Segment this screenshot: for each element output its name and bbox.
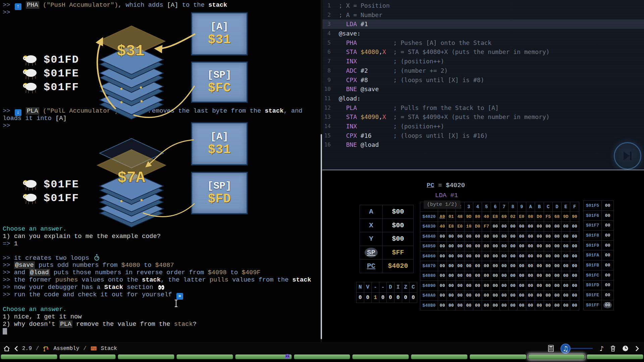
memory-cell[interactable]: 00 xyxy=(456,261,465,271)
memory-cell[interactable]: 00 xyxy=(526,242,535,251)
clock-icon[interactable] xyxy=(622,345,629,352)
memory-cell[interactable]: 00 xyxy=(456,271,465,281)
memory-cell[interactable]: 00 xyxy=(544,301,553,310)
memory-cell[interactable]: F7 xyxy=(482,222,491,232)
memory-cell[interactable]: 00 xyxy=(553,271,561,281)
memory-cell[interactable]: 40 xyxy=(482,212,491,222)
memory-cell[interactable]: 00 xyxy=(482,242,491,251)
memory-cell[interactable]: 00 xyxy=(456,291,465,301)
memory-cell[interactable]: 00 xyxy=(553,251,561,261)
memory-cell[interactable]: F5 xyxy=(544,212,553,222)
memory-cell[interactable]: 00 xyxy=(518,222,526,232)
memory-cell[interactable]: 00 xyxy=(561,261,570,271)
code-line[interactable]: 3 LDA #1 xyxy=(322,19,644,29)
code-line[interactable]: 5 PHA ; Pushes [A] onto the Stack xyxy=(322,38,644,48)
memory-cell[interactable]: 00 xyxy=(482,251,491,261)
memory-cell[interactable]: 00 xyxy=(561,242,570,251)
stack-address[interactable]: $01FA xyxy=(584,250,602,260)
stack-value[interactable]: 00 xyxy=(602,290,614,300)
memory-cell[interactable]: 00 xyxy=(508,251,517,261)
stack-value[interactable]: 00 xyxy=(602,231,614,241)
memory-cell[interactable]: 00 xyxy=(570,261,579,271)
stack-address[interactable]: $01FE xyxy=(584,290,602,300)
code-line[interactable]: 1; X = Position xyxy=(322,1,644,10)
memory-cell[interactable]: 00 xyxy=(447,242,455,251)
memory-cell[interactable]: 00 xyxy=(482,261,491,271)
memory-cell[interactable]: 00 xyxy=(508,261,517,271)
stack-value[interactable]: 00 xyxy=(602,300,614,310)
calculator-icon[interactable] xyxy=(548,345,554,352)
memory-cell[interactable]: 00 xyxy=(465,242,473,251)
memory-cell[interactable]: 00 xyxy=(491,281,500,291)
memory-cell[interactable]: 00 xyxy=(456,281,465,291)
memory-cell[interactable]: 00 xyxy=(570,251,579,261)
memory-cell[interactable]: 00 xyxy=(508,271,517,281)
register-label-a[interactable]: A xyxy=(360,205,383,219)
memory-cell[interactable]: 00 xyxy=(491,232,500,241)
progress-segment[interactable] xyxy=(528,354,585,359)
memory-cell[interactable]: 00 xyxy=(438,251,447,261)
memory-cell[interactable]: E0 xyxy=(456,222,465,232)
memory-cell[interactable]: 40 xyxy=(438,222,447,232)
memory-row-address[interactable]: $4030 xyxy=(420,222,438,232)
stack-value[interactable]: 00 xyxy=(602,221,614,231)
stack-value[interactable]: 00 xyxy=(602,250,614,260)
memory-cell[interactable]: 00 xyxy=(456,232,465,241)
register-label-sp[interactable]: SP xyxy=(360,246,383,260)
memory-cell[interactable]: 00 xyxy=(500,271,508,281)
code-line[interactable]: 15 CPX #16 ; (loops until [X] is #16) xyxy=(322,131,644,140)
stack-value[interactable]: 00 xyxy=(602,211,614,221)
memory-cell[interactable]: 00 xyxy=(544,242,553,251)
volume-slider[interactable]: ♫ xyxy=(560,344,593,354)
memory-cell[interactable]: 00 xyxy=(535,281,544,291)
memory-cell[interactable]: 00 xyxy=(473,281,482,291)
memory-cell[interactable]: 00 xyxy=(535,232,544,241)
memory-cell[interactable]: 00 xyxy=(508,232,517,241)
memory-cell[interactable]: 00 xyxy=(473,291,482,301)
memory-cell[interactable]: 00 xyxy=(491,271,500,281)
memory-cell[interactable]: 00 xyxy=(570,242,579,251)
memory-cell[interactable]: 00 xyxy=(456,242,465,251)
memory-row-address[interactable]: $40B0 xyxy=(420,301,438,310)
memory-cell[interactable]: 00 xyxy=(544,251,553,261)
stack-address[interactable]: $01F8 xyxy=(584,231,602,241)
memory-cell[interactable]: 00 xyxy=(438,261,447,271)
memory-cell[interactable]: 00 xyxy=(482,301,491,310)
memory-cell[interactable]: 00 xyxy=(544,232,553,241)
memory-cell[interactable]: 00 xyxy=(473,261,482,271)
memory-cell[interactable]: 00 xyxy=(526,281,535,291)
memory-cell[interactable]: 00 xyxy=(465,251,473,261)
code-line[interactable]: 14 INX ; (position++) xyxy=(322,122,644,131)
code-line[interactable]: 2; A = Number xyxy=(322,10,644,20)
memory-cell[interactable]: 00 xyxy=(561,301,570,310)
memory-cell[interactable]: 00 xyxy=(518,291,526,301)
memory-cell[interactable]: 00 xyxy=(553,222,561,232)
code-line[interactable]: 6 STA $4080,X ; = STA $4080+X (puts the … xyxy=(322,47,644,57)
memory-cell[interactable]: 00 xyxy=(438,301,447,310)
stack-address[interactable]: $01FB xyxy=(584,260,602,270)
scrollbar-thumb[interactable] xyxy=(321,134,322,339)
memory-cell[interactable]: 9D xyxy=(465,212,473,222)
memory-cell[interactable]: 01 xyxy=(447,212,455,222)
memory-cell[interactable]: 00 xyxy=(473,251,482,261)
memory-cell[interactable]: 00 xyxy=(561,271,570,281)
memory-cell[interactable]: 00 xyxy=(535,291,544,301)
memory-cell[interactable]: 00 xyxy=(438,291,447,301)
memory-cell[interactable]: E8 xyxy=(491,212,500,222)
progress-segment[interactable] xyxy=(176,354,233,359)
memory-cell[interactable]: 00 xyxy=(544,222,553,232)
memory-cell[interactable]: 00 xyxy=(544,291,553,301)
progress-segment[interactable] xyxy=(470,354,526,359)
memory-cell[interactable]: 00 xyxy=(570,281,579,291)
memory-cell[interactable]: 00 xyxy=(518,242,526,251)
memory-cell[interactable]: 00 xyxy=(473,242,482,251)
memory-cell[interactable]: 00 xyxy=(553,232,561,241)
memory-cell[interactable]: 00 xyxy=(482,291,491,301)
stack-address[interactable]: $01F7 xyxy=(584,221,602,231)
memory-cell[interactable]: 00 xyxy=(465,301,473,310)
memory-cell[interactable]: 00 xyxy=(500,281,508,291)
progress-segment[interactable] xyxy=(1,354,57,359)
memory-cell[interactable]: 00 xyxy=(544,271,553,281)
register-label-y[interactable]: Y xyxy=(360,232,383,246)
progress-segment[interactable] xyxy=(411,354,468,359)
